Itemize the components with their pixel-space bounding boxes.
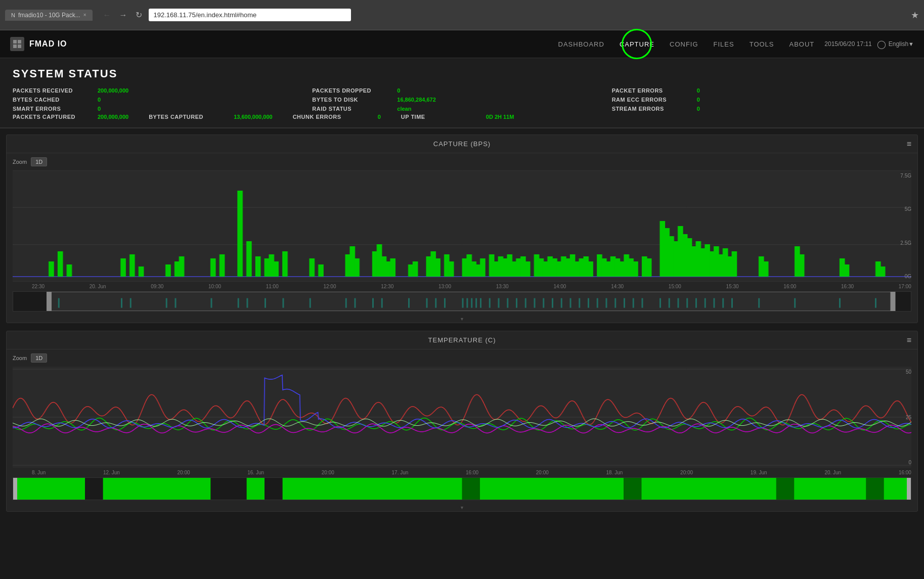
label-chunk-errors: CHUNK ERRORS — [293, 114, 374, 120]
nav-files[interactable]: FILES — [714, 40, 734, 48]
x-label-0930: 09:30 — [151, 284, 163, 289]
value-uptime: 0D 2H 11M — [486, 114, 514, 120]
label-ram-ecc: RAM ECC ERRORS — [612, 97, 693, 103]
nav-tools[interactable]: TOOLS — [750, 40, 774, 48]
capture-chart-header: CAPTURE (BPS) ≡ — [7, 135, 917, 153]
x-label-20jun-t: 20. Jun — [824, 470, 841, 475]
logo-area: FMAD IO — [10, 37, 67, 51]
capture-chart-section: CAPTURE (BPS) ≡ Zoom 1D 7.5G 5G 2.5G 0G … — [6, 135, 918, 323]
system-status-section: SYSTEM STATUS PACKETS RECEIVED 200,000,0… — [0, 58, 924, 128]
label-bytes-cached: BYTES CACHED — [13, 97, 94, 103]
datetime-display: 2015/06/20 17:11 — [824, 40, 871, 48]
x-label-2000-4: 20:00 — [680, 470, 693, 475]
value-packets-received: 200,000,000 — [98, 87, 128, 94]
temperature-chart-title: TEMPERATURE (C) — [428, 336, 496, 344]
status-row-bytes-captured: BYTES CAPTURED 13,600,000,000 — [149, 114, 272, 120]
temperature-chart-body: 50 25 0 — [13, 367, 911, 468]
x-label-1600: 16:00 — [783, 284, 796, 289]
temperature-overview-chart[interactable] — [13, 477, 911, 500]
nav-config[interactable]: CONFIG — [670, 40, 698, 48]
label-stream-errors: STREAM ERRORS — [612, 106, 693, 112]
tab-close-icon[interactable]: × — [83, 12, 86, 18]
bookmark-icon[interactable]: ★ — [911, 10, 919, 21]
language-dropdown-arrow[interactable]: ▼ — [908, 41, 914, 47]
status-row-smart-errors: SMART ERRORS 0 — [13, 106, 312, 112]
temperature-overview-canvas — [13, 478, 911, 500]
capture-zoom-label: Zoom — [13, 159, 27, 165]
label-bytes-to-disk: BYTES TO DISK — [312, 97, 393, 103]
svg-rect-3 — [18, 44, 21, 48]
refresh-button[interactable]: ↻ — [133, 9, 145, 21]
label-bytes-captured: BYTES CAPTURED — [149, 114, 230, 120]
value-chunk-errors: 0 — [378, 114, 381, 120]
x-label-1600-t: 16:00 — [899, 470, 911, 475]
nav-dashboard[interactable]: DASHBOARD — [558, 40, 604, 48]
x-label-1700: 17:00 — [899, 284, 911, 289]
app-header: FMAD IO DASHBOARD CAPTURE CONFIG FILES T… — [0, 30, 924, 58]
temperature-chart-menu-button[interactable]: ≡ — [907, 336, 911, 345]
x-label-1430: 14:30 — [611, 284, 624, 289]
value-bytes-captured: 13,600,000,000 — [234, 114, 272, 120]
value-packets-captured: 200,000,000 — [98, 114, 128, 120]
status-row-ram-ecc: RAM ECC ERRORS 0 — [612, 97, 911, 103]
main-navigation: DASHBOARD CAPTURE CONFIG FILES TOOLS ABO… — [558, 39, 815, 49]
value-stream-errors: 0 — [697, 106, 700, 112]
x-label-18jun: 18. Jun — [606, 470, 623, 475]
value-ram-ecc: 0 — [697, 97, 700, 103]
x-label-19jun: 19. Jun — [751, 470, 767, 475]
svg-rect-2 — [13, 44, 17, 48]
x-label-20jun: 20. Jun — [90, 284, 106, 289]
capture-chart-menu-button[interactable]: ≡ — [907, 140, 911, 149]
x-label-2000-3: 20:00 — [536, 470, 549, 475]
temperature-chart-controls: Zoom 1D — [7, 349, 917, 367]
capture-overview-canvas — [13, 292, 911, 311]
capture-chart-title: CAPTURE (BPS) — [433, 140, 491, 148]
x-label-17jun: 17. Jun — [392, 470, 409, 475]
back-button[interactable]: ← — [101, 10, 114, 21]
address-bar[interactable]: 192.168.11.75/en.index.html#home — [149, 9, 351, 21]
label-raid-status: RAID STATUS — [312, 106, 393, 112]
status-row-packet-errors: PACKET ERRORS 0 — [612, 87, 911, 94]
forward-button[interactable]: → — [117, 10, 130, 21]
x-label-1500: 15:00 — [669, 284, 681, 289]
label-uptime: UP TIME — [401, 114, 482, 120]
capture-chart-canvas — [13, 170, 911, 282]
temperature-chart-canvas — [13, 367, 911, 468]
label-packets-dropped: PACKETS DROPPED — [312, 87, 393, 94]
nav-capture-wrapper: CAPTURE — [620, 39, 654, 49]
x-label-8jun: 8. Jun — [32, 470, 46, 475]
x-label-1530: 15:30 — [726, 284, 739, 289]
temperature-zoom-1d-button[interactable]: 1D — [31, 353, 47, 363]
status-grid: PACKETS RECEIVED 200,000,000 PACKETS DRO… — [13, 87, 911, 112]
x-label-1330: 13:30 — [496, 284, 509, 289]
status-row-bytes-to-disk: BYTES TO DISK 16,860,284,672 — [312, 97, 611, 103]
browser-chrome: N fmadio10 - 10G Pack... × ← → ↻ 192.168… — [0, 0, 924, 30]
x-label-2000-2: 20:00 — [322, 470, 334, 475]
x-label-1230: 12:30 — [381, 284, 393, 289]
x-label-12jun: 12. Jun — [103, 470, 120, 475]
nav-capture[interactable]: CAPTURE — [620, 40, 654, 48]
capture-overview-chart[interactable] — [13, 291, 911, 311]
value-smart-errors: 0 — [98, 106, 101, 112]
system-status-title: SYSTEM STATUS — [13, 67, 911, 80]
tab-title: fmadio10 - 10G Pack... — [18, 12, 80, 19]
svg-rect-1 — [18, 40, 21, 43]
label-packets-captured: PACKETS CAPTURED — [13, 114, 94, 120]
status-row-packets-received: PACKETS RECEIVED 200,000,000 — [13, 87, 312, 94]
capture-scrollbar-hint: ▼ — [7, 316, 917, 323]
settings-icon[interactable]: ◯ — [877, 39, 886, 49]
x-label-1400: 14:00 — [553, 284, 566, 289]
x-label-1630: 16:30 — [841, 284, 854, 289]
extra-stats-row: PACKETS CAPTURED 200,000,000 BYTES CAPTU… — [13, 114, 911, 120]
nav-about[interactable]: ABOUT — [789, 40, 815, 48]
capture-zoom-1d-button[interactable]: 1D — [31, 157, 47, 166]
status-row-packets-dropped: PACKETS DROPPED 0 — [312, 87, 611, 94]
browser-navigation: ← → ↻ — [101, 9, 145, 21]
value-raid-status: clean — [397, 106, 411, 112]
value-packet-errors: 0 — [697, 87, 700, 94]
temperature-chart-section: TEMPERATURE (C) ≡ Zoom 1D 50 25 0 8. Jun… — [6, 331, 918, 512]
browser-tab[interactable]: N fmadio10 - 10G Pack... × — [5, 10, 93, 21]
language-selector[interactable]: English — [889, 40, 908, 48]
svg-rect-0 — [13, 40, 17, 43]
temperature-zoom-label: Zoom — [13, 355, 27, 361]
